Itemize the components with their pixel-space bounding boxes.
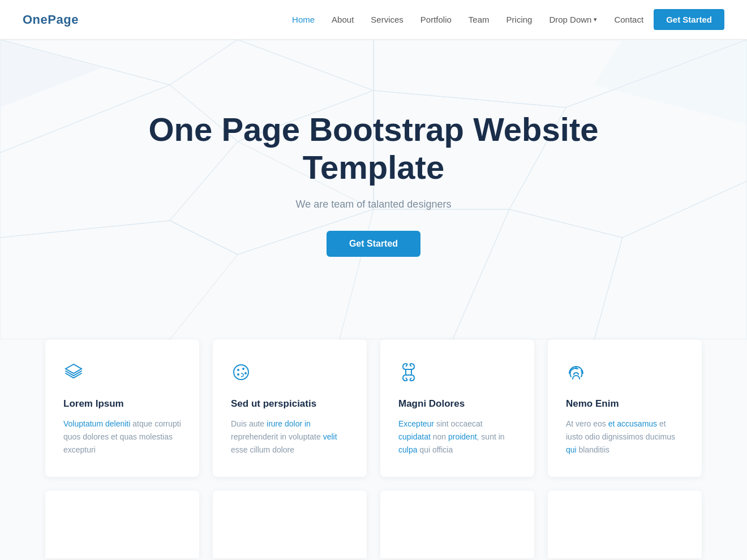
card-3-text: Excepteur sint occaecat cupidatat non pr… [398,417,516,456]
svg-point-20 [237,373,239,376]
palette-icon [231,362,349,387]
hero-content: One Page Bootstrap Website Template We a… [147,111,600,257]
nav-item-dropdown[interactable]: Drop Down ▾ [542,10,604,29]
card-2-title: Sed ut perspiciatis [231,398,349,410]
nav-link-team[interactable]: Team [462,10,496,29]
svg-point-16 [234,365,248,380]
fingerprint-icon [566,362,684,387]
brand-logo[interactable]: OnePage [23,12,79,27]
navbar: OnePage Home About Services Portfolio Te… [0,0,747,40]
card-1: Lorem Ipsum Voluptatum deleniti atque co… [45,339,199,477]
nav-link-services[interactable]: Services [364,10,410,29]
svg-point-17 [237,369,239,371]
hero-section: One Page Bootstrap Website Template We a… [0,40,747,339]
nav-item-home[interactable]: Home [285,15,321,25]
card-partial-3 [380,490,534,558]
layers-icon [63,362,181,387]
svg-point-19 [244,372,247,374]
nav-link-pricing[interactable]: Pricing [500,10,539,29]
card-4-text: At vero eos et accusamus et iusto odio d… [566,417,684,456]
card-3: Magni Dolores Excepteur sint occaecat cu… [380,339,534,477]
nav-item-cta[interactable]: Get Started [654,15,724,25]
card-2: Sed ut perspiciatis Duis aute irure dolo… [213,339,367,477]
nav-item-portfolio[interactable]: Portfolio [414,15,458,25]
cards-row2 [45,490,702,558]
nav-item-services[interactable]: Services [364,15,410,25]
svg-marker-13 [594,181,747,339]
cards-section: Lorem Ipsum Voluptatum deleniti atque co… [0,339,747,560]
hero-title: One Page Bootstrap Website Template [147,111,600,186]
card-4: Nemo Enim At vero eos et accusamus et iu… [548,339,702,477]
nav-link-home[interactable]: Home [285,10,321,29]
card-4-title: Nemo Enim [566,398,684,410]
card-partial-4 [548,490,702,558]
nav-item-team[interactable]: Team [462,15,496,25]
card-partial-1 [45,490,199,558]
svg-marker-15 [594,40,747,124]
nav-link-about[interactable]: About [325,10,360,29]
nav-link-portfolio[interactable]: Portfolio [414,10,458,29]
chevron-down-icon: ▾ [594,16,597,23]
hero-subtitle: We are team of talanted designers [147,199,600,210]
command-icon [398,362,516,387]
nav-link-dropdown[interactable]: Drop Down ▾ [542,10,604,29]
cards-grid: Lorem Ipsum Voluptatum deleniti atque co… [45,339,702,477]
svg-marker-2 [238,40,374,91]
nav-links: Home About Services Portfolio Team Prici… [285,10,724,29]
svg-point-18 [242,368,244,370]
card-3-title: Magni Dolores [398,398,516,410]
card-1-title: Lorem Ipsum [63,398,181,410]
hero-cta-button[interactable]: Get Started [327,231,420,257]
nav-item-about[interactable]: About [325,15,360,25]
nav-link-contact[interactable]: Contact [607,10,650,29]
card-2-text: Duis aute irure dolor in reprehenderit i… [231,417,349,456]
nav-item-pricing[interactable]: Pricing [500,15,539,25]
card-1-text: Voluptatum deleniti atque corrupti quos … [63,417,181,456]
nav-cta-button[interactable]: Get Started [654,9,724,30]
svg-marker-14 [0,40,102,107]
card-partial-2 [213,490,367,558]
nav-item-contact[interactable]: Contact [607,15,650,25]
